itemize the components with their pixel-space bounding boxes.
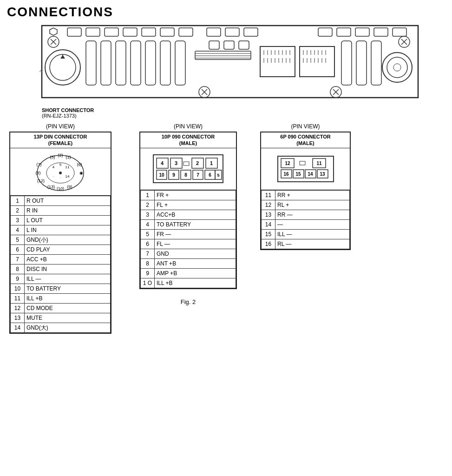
svg-text:9: 9 — [172, 172, 175, 178]
svg-rect-30 — [175, 41, 185, 85]
connector-13p-title: 13P DIN CONNECTOR (FEMALE) — [10, 132, 111, 148]
svg-rect-70 — [341, 41, 352, 85]
device-svg — [39, 23, 420, 105]
table-row: 2R IN — [11, 205, 111, 215]
table-row: 13MUTE — [11, 313, 111, 323]
table-row: 7GND — [141, 249, 236, 258]
13p-pin-table: 1R OUT 2R IN 3L OUT 4L IN 5GND(小) 6CD PL… — [10, 196, 111, 333]
svg-text:11: 11 — [66, 165, 70, 169]
svg-text:16: 16 — [283, 172, 289, 177]
svg-rect-11 — [318, 28, 332, 36]
table-row: 5GND(小) — [11, 235, 111, 245]
svg-text:(13): (13) — [47, 185, 55, 189]
table-row: 13RR — — [262, 210, 350, 219]
svg-point-84 — [393, 64, 401, 71]
svg-rect-131 — [300, 161, 305, 165]
svg-point-88 — [59, 172, 62, 174]
svg-marker-22 — [60, 55, 65, 59]
table-row: 1FR + — [141, 190, 236, 200]
svg-rect-24 — [86, 41, 96, 85]
svg-text:(3): (3) — [50, 155, 55, 159]
svg-text:·: · — [53, 174, 54, 178]
svg-rect-71 — [356, 41, 367, 85]
svg-rect-26 — [116, 41, 126, 85]
svg-text:(10): (10) — [57, 186, 64, 191]
table-row: 12RL + — [262, 200, 350, 210]
table-row: 4TO BATTERY — [141, 219, 236, 229]
table-row: 15ILL — — [262, 229, 350, 239]
table-row: 9ILL — — [11, 274, 111, 284]
svg-text:14: 14 — [308, 172, 313, 177]
table-row: 1R OUT — [11, 196, 111, 205]
svg-rect-29 — [160, 41, 170, 85]
svg-text:◉: ◉ — [79, 171, 83, 175]
table-row: 14— — [262, 219, 350, 229]
svg-marker-23 — [50, 28, 57, 35]
10p-pin-table: 1FR + 2FL + 3ACC+B 4TO BATTERY 5FR — 6FL… — [140, 190, 236, 288]
pin-view-label-2: (PIN VIEW) — [174, 123, 203, 130]
connector-6p-title: 6P 090 CONNECTOR (MALE) — [261, 132, 350, 148]
13p-din-diagram: (3) (2) (1) (6) ◉ (7) (8) (12) (13) (10) — [10, 148, 111, 196]
svg-text:7: 7 — [197, 172, 199, 178]
device-diagram: SHORT CONNECTOR (RN-EJZ-1373) — [39, 23, 445, 119]
6p-090-diagram: 12 11 16 15 14 13 — [261, 148, 350, 190]
svg-text:12: 12 — [285, 161, 290, 166]
svg-text:(9): (9) — [67, 185, 72, 189]
svg-rect-1 — [67, 28, 81, 36]
svg-text:(8): (8) — [36, 171, 41, 175]
connector-10p-title: 10P 090 CONNECTOR (MALE) — [140, 132, 236, 148]
svg-text:13: 13 — [320, 172, 325, 177]
svg-text:1: 1 — [210, 160, 213, 166]
svg-rect-13 — [355, 28, 369, 36]
svg-rect-9 — [225, 28, 239, 36]
svg-rect-12 — [337, 28, 351, 36]
svg-text:5: 5 — [217, 173, 219, 178]
table-row: 9AMP +B — [141, 268, 236, 278]
connector-10p-090: (PIN VIEW) 10P 090 CONNECTOR (MALE) 4 3 — [139, 123, 237, 305]
table-row: 12CD MODE — [11, 303, 111, 313]
pin-view-label-3: (PIN VIEW) — [291, 123, 320, 130]
svg-rect-111 — [183, 162, 189, 165]
svg-rect-25 — [101, 41, 111, 85]
svg-point-83 — [387, 57, 407, 78]
svg-text:(6): (6) — [77, 162, 82, 167]
svg-text:·: · — [60, 176, 61, 180]
svg-rect-55 — [300, 46, 334, 77]
svg-rect-35 — [209, 41, 219, 49]
svg-rect-3 — [105, 28, 118, 36]
svg-rect-8 — [207, 28, 221, 36]
svg-text:4: 4 — [52, 165, 55, 169]
svg-text:14: 14 — [66, 174, 70, 178]
table-row: 8DISC IN — [11, 264, 111, 274]
short-connector-label-line1: SHORT CONNECTOR — [42, 107, 445, 113]
table-row: 7ACC +B — [11, 254, 111, 264]
svg-text:15: 15 — [295, 172, 301, 177]
svg-rect-5 — [142, 28, 156, 36]
svg-rect-4 — [123, 28, 137, 36]
svg-text:8: 8 — [184, 172, 187, 178]
svg-text:4: 4 — [161, 160, 164, 166]
svg-rect-27 — [131, 41, 141, 85]
svg-rect-37 — [239, 41, 249, 49]
10p-090-diagram: 4 3 2 1 10 9 — [140, 148, 236, 190]
svg-text:6: 6 — [209, 172, 211, 178]
svg-text:(12): (12) — [37, 178, 45, 183]
table-row: 11RR + — [262, 190, 350, 200]
page-title: CONNECTIONS — [7, 5, 445, 20]
svg-rect-2 — [86, 28, 100, 36]
svg-text:(7): (7) — [37, 162, 42, 167]
table-row: 3ACC+B — [141, 210, 236, 219]
table-row: 14GND(大) — [11, 323, 111, 332]
svg-rect-6 — [160, 28, 174, 36]
table-row: 16RL — — [262, 239, 350, 249]
svg-text:10: 10 — [159, 172, 164, 178]
table-row: 10TO BATTERY — [11, 284, 111, 293]
table-row: 1 OILL +B — [141, 278, 236, 288]
svg-text:5: 5 — [59, 163, 62, 167]
svg-text:11: 11 — [316, 161, 322, 166]
svg-rect-28 — [145, 41, 156, 85]
table-row: 11ILL +B — [11, 293, 111, 303]
pin-view-label-1: (PIN VIEW) — [46, 123, 75, 130]
table-row: 8ANT +B — [141, 258, 236, 268]
svg-text:2: 2 — [196, 160, 199, 166]
